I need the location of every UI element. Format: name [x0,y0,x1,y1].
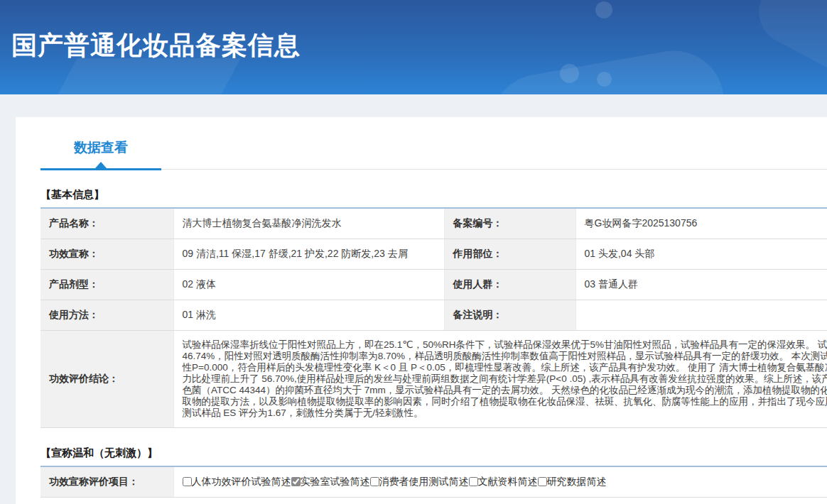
claim-option-checkbox[interactable] [291,477,301,486]
field-label: 作用部位： [444,239,575,270]
field-value [575,300,827,331]
claim-options: 人体功效评价试验简述实验室试验简述消费者使用测试简述文献资料简述研究数据简述 [173,466,827,498]
tab-data-view-label: 数据查看 [74,140,128,155]
claim-option: 研究数据简述 [538,476,607,487]
claim-option-checkbox[interactable] [469,477,478,486]
claim-option-checkbox[interactable] [183,477,192,486]
field-label: 使用人群： [444,270,575,300]
field-label: 功效宣称评价项目： [40,466,173,498]
claim-option: 人体功效评价试验简述 [183,476,291,487]
claim-option: 实验室试验简述 [291,476,370,487]
claim-option-checkbox[interactable] [370,477,379,486]
table-row: 产品剂型： 02 液体 使用人群： 03 普通人群 [40,270,827,300]
banner-decor-band [50,58,240,94]
banner-decor-dot [560,64,579,83]
claim-option: 文献资料简述 [469,476,538,487]
table-row: 功效宣称： 09 清洁,11 保湿,17 舒缓,21 护发,22 防断发,23 … [40,239,827,270]
tab-active-triangle-icon [95,162,107,168]
field-label: 备注说明： [444,300,575,331]
page-title: 国产普通化妆品备案信息 [0,0,827,63]
tab-data-view[interactable]: 数据查看 [40,138,161,170]
section-title-mild-claim: 【宣称温和（无刺激）】 [40,447,827,460]
page-header: 国产普通化妆品备案信息 [0,0,827,94]
table-row: 产品名称： 清大博士植物复合氨基酸净润洗发水 备案编号： 粤G妆网备字20251… [40,208,827,239]
claim-option-label: 文献资料简述 [478,476,538,487]
table-row-conclusion: 功效评价结论： 试验样品保湿率折线位于阳性对照品上方，即在25.1℃，50%RH… [40,331,827,428]
banner-decor-dot [597,72,612,87]
claim-option-label: 消费者使用测试简述 [379,476,469,487]
field-value: 09 清洁,11 保湿,17 舒缓,21 护发,22 防断发,23 去屑 [173,239,444,270]
content-card: 数据查看 【基本信息】 产品名称： 清大博士植物复合氨基酸净润洗发水 备案编号：… [16,117,827,504]
field-value: 清大博士植物复合氨基酸净润洗发水 [173,208,444,239]
field-label: 产品剂型： [40,270,173,300]
field-value: 01 淋洗 [173,300,444,331]
table-row: 功效宣称评价项目： 人体功效评价试验简述实验室试验简述消费者使用测试简述文献资料… [40,466,827,498]
field-value: 01 头发,04 头部 [575,239,827,270]
tab-bar: 数据查看 [40,138,827,170]
field-label: 产品名称： [40,208,173,239]
claim-option-checkbox[interactable] [538,477,547,486]
field-value: 02 液体 [173,270,444,300]
claim-option-label: 研究数据简述 [547,476,607,487]
section-title-basic-info: 【基本信息】 [40,188,827,202]
table-row: 使用方法： 01 淋洗 备注说明： [40,300,827,331]
field-label: 备案编号： [444,208,575,239]
mild-claim-table: 功效宣称评价项目： 人体功效评价试验简述实验室试验简述消费者使用测试简述文献资料… [40,466,827,498]
claim-option: 消费者使用测试简述 [370,476,469,487]
efficacy-conclusion-text: 试验样品保湿率折线位于阳性对照品上方，即在25.1℃，50%RH条件下，试验样品… [173,331,827,428]
claim-option-label: 实验室试验简述 [301,476,370,487]
field-label: 功效评价结论： [40,331,173,428]
field-label: 功效宣称： [40,239,173,270]
field-label: 使用方法： [40,300,173,331]
claim-option-label: 人体功效评价试验简述 [192,476,291,487]
basic-info-table: 产品名称： 清大博士植物复合氨基酸净润洗发水 备案编号： 粤G妆网备字20251… [40,207,827,428]
field-value: 粤G妆网备字2025130756 [575,208,827,239]
field-value: 03 普通人群 [575,270,827,300]
